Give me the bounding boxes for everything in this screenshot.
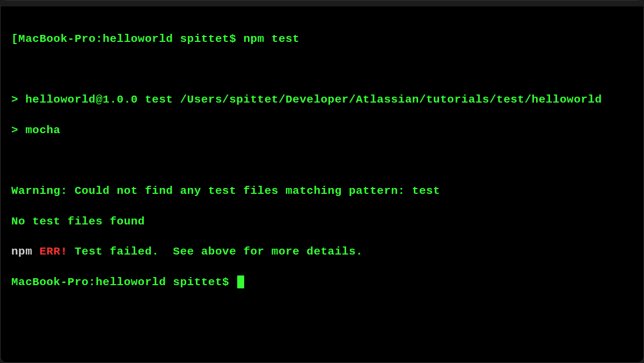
command-text: npm test [236,33,299,45]
blank-line [11,154,633,169]
prompt-host: MacBook-Pro:helloworld spittet$ [18,33,236,45]
prompt-line: MacBook-Pro:helloworld spittet$ [11,275,633,290]
blank-line [11,62,633,77]
command-line: [MacBook-Pro:helloworld spittet$ npm tes… [11,32,633,47]
prompt-ready: MacBook-Pro:helloworld spittet$ [11,276,236,288]
prompt-bracket: [ [11,33,18,45]
terminal-titlebar [1,1,643,7]
script-output-2: > mocha [11,123,633,138]
script-output-1: > helloworld@1.0.0 test /Users/spittet/D… [11,92,633,107]
cursor-icon [237,275,244,288]
notest-output: No test files found [11,214,633,229]
terminal-content[interactable]: [MacBook-Pro:helloworld spittet$ npm tes… [1,7,643,330]
warning-output: Warning: Could not find any test files m… [11,184,633,199]
npm-label: npm [11,245,32,258]
terminal-window[interactable]: [MacBook-Pro:helloworld spittet$ npm tes… [0,0,644,363]
error-line: npm ERR! Test failed. See above for more… [11,244,633,259]
err-message: Test failed. See above for more details. [68,245,363,258]
err-label: ERR! [32,245,68,258]
